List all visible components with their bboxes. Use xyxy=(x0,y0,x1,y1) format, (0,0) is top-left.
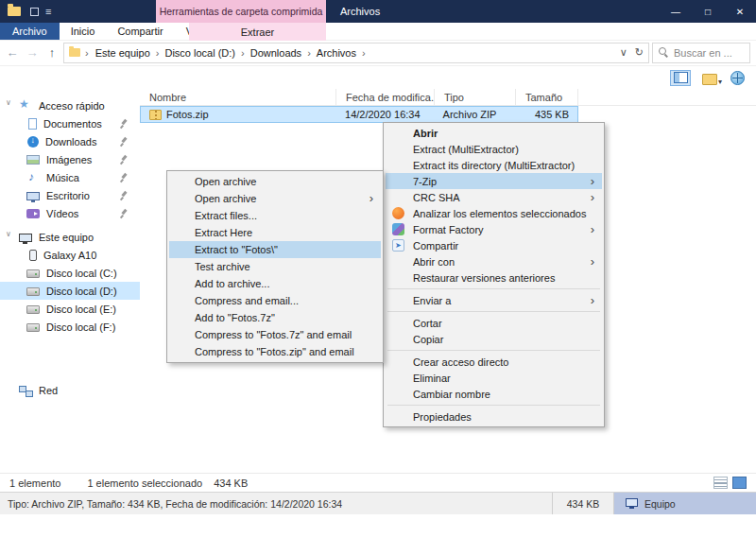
context-menu-item-abrir[interactable]: Abrir xyxy=(386,125,602,141)
sidebar-item-label: Disco local (C:) xyxy=(46,268,117,279)
context-menu-item-7-zip[interactable]: 7-Zip› xyxy=(386,173,602,189)
refresh-icon[interactable]: ↻ xyxy=(635,46,644,59)
tab-extraer-label: Extraer xyxy=(241,26,274,38)
sidebar-item-label: Red xyxy=(39,385,58,396)
navigation-pane: ∨Acceso rápidoDocumentosDownloadsImágene… xyxy=(0,89,140,473)
search-input[interactable]: Buscar en ... xyxy=(652,43,750,63)
address-box[interactable]: › Este equipo›Disco local (D:)›Downloads… xyxy=(63,43,649,63)
file-name: Fotos.zip xyxy=(166,109,209,120)
7zip-submenu-item-add-to-archive[interactable]: Add to archive... xyxy=(169,275,381,292)
close-button[interactable]: ✕ xyxy=(724,0,756,23)
7zip-submenu-item-extract-files[interactable]: Extract files... xyxy=(169,207,381,224)
7zip-submenu-item-add-to-fotos-7z[interactable]: Add to "Fotos.7z" xyxy=(169,309,381,326)
breadcrumb-segment-downloads[interactable]: Downloads xyxy=(246,47,306,59)
file-name-cell: Fotos.zip xyxy=(141,109,336,120)
context-menu-item-cortar[interactable]: Cortar xyxy=(386,315,602,331)
context-menu-item-extract-its-directory-multiextractor[interactable]: Extract its directory (MultiExtractor) xyxy=(386,157,602,173)
context-menu-item-eliminar[interactable]: Eliminar xyxy=(386,370,602,386)
file-modified-cell: 14/2/2020 16:34 xyxy=(336,109,435,120)
item-count: 1 elemento xyxy=(9,477,60,489)
minimize-button[interactable]: — xyxy=(660,0,692,23)
sidebar-item-disco-local-f[interactable]: Disco local (F:) xyxy=(0,318,140,336)
menu-item-label: Open archive xyxy=(195,176,256,187)
context-menu-item-abrir-con[interactable]: Abrir con› xyxy=(386,253,602,269)
back-button[interactable]: ← xyxy=(4,46,21,59)
star-icon xyxy=(19,100,32,112)
7zip-submenu-item-test-archive[interactable]: Test archive xyxy=(169,258,381,275)
explorer-app-icon[interactable] xyxy=(8,7,21,16)
context-menu-item-format-factory[interactable]: Format Factory› xyxy=(386,221,602,237)
folder-options-icon[interactable] xyxy=(702,71,719,85)
preview-pane-icon[interactable] xyxy=(670,70,691,86)
tab-archivo[interactable]: Archivo xyxy=(0,23,60,40)
quick-access-icon[interactable] xyxy=(30,8,39,16)
context-menu-item-compartir[interactable]: Compartir xyxy=(386,237,602,253)
context-menu-item-crc-sha[interactable]: CRC SHA› xyxy=(386,189,602,205)
address-dropdown-icon[interactable]: ∨ xyxy=(620,46,627,59)
sidebar-item-v-deos[interactable]: Vídeos xyxy=(0,204,140,222)
column-header-fecha-de-modifica[interactable]: Fecha de modifica... xyxy=(336,89,435,105)
context-menu-item-restaurar-versiones-anteriores[interactable]: Restaurar versiones anteriores xyxy=(386,269,602,286)
maximize-button[interactable]: □ xyxy=(692,0,724,23)
search-icon xyxy=(659,47,669,58)
contextual-tab-band: Herramientas de carpeta comprimida xyxy=(156,0,326,23)
thumbnails-view-icon[interactable] xyxy=(732,477,747,489)
view-toolbar xyxy=(0,66,756,89)
sidebar-item-label: Downloads xyxy=(45,136,96,148)
sidebar-item-galaxy-a10[interactable]: Galaxy A10 xyxy=(0,246,140,264)
expander-chevron-icon[interactable]: ∨ xyxy=(6,230,11,238)
breadcrumb-separator-icon[interactable]: › xyxy=(84,47,90,59)
sidebar-item-disco-local-e[interactable]: Disco local (E:) xyxy=(0,300,140,318)
tab-extraer[interactable]: Extraer xyxy=(189,23,326,41)
sidebar-item-este-equipo[interactable]: ∨Este equipo xyxy=(0,228,140,246)
sidebar-item-downloads[interactable]: Downloads xyxy=(0,132,140,150)
menu-item-label: Compress and email... xyxy=(195,295,299,306)
7zip-submenu: Open archiveOpen archive›Extract files..… xyxy=(166,170,384,363)
tab-inicio[interactable]: Inicio xyxy=(60,23,107,40)
phone-icon xyxy=(29,250,37,261)
sidebar-item-acceso-r-pido[interactable]: ∨Acceso rápido xyxy=(0,96,140,114)
7zip-submenu-item-compress-to-fotos-7z-and-email[interactable]: Compress to "Fotos.7z" and email xyxy=(169,326,381,343)
7zip-submenu-item-open-archive[interactable]: Open archive› xyxy=(169,190,381,207)
7zip-submenu-item-extract-to-fotos[interactable]: Extract to "Fotos\" xyxy=(169,241,381,258)
7zip-submenu-item-compress-and-email[interactable]: Compress and email... xyxy=(169,292,381,309)
help-globe-icon[interactable] xyxy=(730,71,745,85)
up-button[interactable]: ↑ xyxy=(43,46,60,59)
column-header-nombre[interactable]: Nombre xyxy=(140,89,336,105)
forward-button[interactable]: → xyxy=(24,46,41,59)
context-menu-item-analizar-los-elementos-seleccionados[interactable]: Analizar los elementos seleccionados xyxy=(386,205,602,221)
sidebar-item-m-sica[interactable]: Música xyxy=(0,168,140,186)
menu-item-label: Copiar xyxy=(413,334,443,345)
sidebar-item-disco-local-d[interactable]: Disco local (D:) xyxy=(0,282,140,300)
column-header-tama-o[interactable]: Tamaño xyxy=(516,89,578,105)
sidebar-item-disco-local-c[interactable]: Disco local (C:) xyxy=(0,264,140,282)
details-view-icon[interactable] xyxy=(713,477,728,489)
breadcrumb-separator-icon[interactable]: › xyxy=(361,47,367,59)
7zip-submenu-item-open-archive[interactable]: Open archive xyxy=(169,173,381,190)
sidebar-item-escritorio[interactable]: Escritorio xyxy=(0,186,140,204)
context-menu-item-extract-multiextractor[interactable]: Extract (MultiExtractor) xyxy=(386,141,602,157)
7zip-submenu-item-extract-here[interactable]: Extract Here xyxy=(169,224,381,241)
file-row-fotos-zip[interactable]: Fotos.zip 14/2/2020 16:34 Archivo ZIP 43… xyxy=(140,106,578,123)
menu-item-label: Compress to "Fotos.7z" and email xyxy=(195,329,352,340)
column-header-tipo[interactable]: Tipo xyxy=(435,89,516,105)
sidebar-item-label: Este equipo xyxy=(39,232,94,243)
computer-zone-label: Equipo xyxy=(644,498,676,510)
breadcrumb-segment-disco-local-d[interactable]: Disco local (D:) xyxy=(160,47,240,59)
sidebar-item-documentos[interactable]: Documentos xyxy=(0,114,140,132)
context-menu-item-cambiar-nombre[interactable]: Cambiar nombre xyxy=(386,386,602,402)
expander-chevron-icon[interactable]: ∨ xyxy=(6,98,11,107)
tab-compartir[interactable]: Compartir xyxy=(106,23,174,40)
sidebar-item-im-genes[interactable]: Imágenes xyxy=(0,150,140,168)
context-menu-item-copiar[interactable]: Copiar xyxy=(386,331,602,347)
7zip-submenu-item-compress-to-fotos-zip-and-email[interactable]: Compress to "Fotos.zip" and email xyxy=(169,343,381,360)
sidebar-item-label: Escritorio xyxy=(46,190,90,201)
drive-icon xyxy=(26,323,40,332)
customize-toolbar-icon[interactable]: ≡ xyxy=(45,6,51,17)
context-menu-item-enviar-a[interactable]: Enviar a› xyxy=(386,292,602,308)
context-menu-item-crear-acceso-directo[interactable]: Crear acceso directo xyxy=(386,354,602,370)
breadcrumb-segment-este-equipo[interactable]: Este equipo xyxy=(91,47,155,59)
sidebar-item-red[interactable]: Red xyxy=(0,381,140,399)
context-menu-item-propiedades[interactable]: Propiedades xyxy=(386,408,602,425)
breadcrumb-segment-archivos[interactable]: Archivos xyxy=(312,47,361,59)
